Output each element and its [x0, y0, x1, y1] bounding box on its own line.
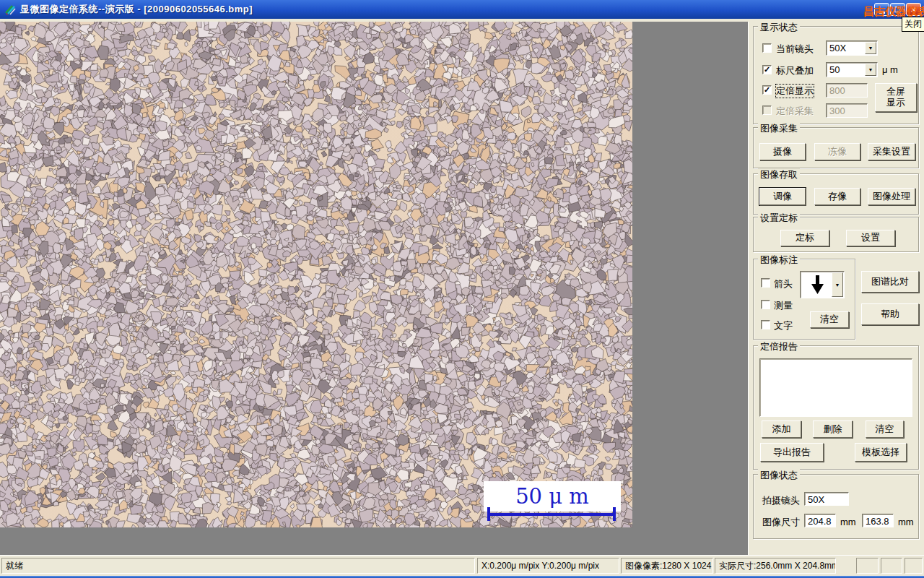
chevron-down-icon[interactable]: ▼ [865, 64, 876, 76]
scale-overlay-checkbox[interactable]: ✓ [762, 65, 772, 74]
report-listbox[interactable] [759, 358, 912, 417]
status-pixel-scale: X:0.200μ m/pix Y:0.200μ m/pix [477, 558, 619, 574]
help-button[interactable]: 帮助 [861, 303, 919, 325]
group-report: 定倍报告 添加 删除 清空 导出报告 模板选择 [753, 345, 919, 470]
fixed-display-label: 定倍显示 [776, 85, 814, 98]
report-export-button[interactable]: 导出报告 [760, 443, 824, 462]
fixed-capture-label: 定倍采集 [776, 105, 814, 118]
status-bar: 就绪 X:0.200μ m/pix Y:0.200μ m/pix 图像像素:12… [0, 555, 924, 576]
application-window: 显微图像定倍系统--演示版 - [20090602055646.bmp] ❐ ✕… [0, 0, 924, 578]
scale-value-combobox[interactable]: 50 ▼ [826, 62, 878, 77]
minimize-icon [879, 12, 885, 14]
status-actual-size: 实际尺寸:256.0mm X 204.8mm [715, 558, 836, 574]
current-lens-combobox[interactable]: 50X ▼ [826, 40, 878, 56]
arrow-style-combobox[interactable]: ▼ [800, 271, 845, 298]
load-image-button[interactable]: 调像 [759, 188, 806, 205]
status-image-pixels: 图像像素:1280 X 1024 [621, 558, 713, 574]
app-icon [4, 4, 17, 16]
fixed-capture-checkbox [762, 105, 772, 115]
scale-bar-tick-left [487, 507, 490, 521]
scale-bar-label-box: 50 μ m [484, 481, 621, 512]
group-image-status-title: 图像状态 [758, 469, 800, 482]
chevron-down-icon[interactable]: ▼ [832, 272, 843, 297]
fullscreen-button[interactable]: 全屏 显示 [875, 83, 917, 112]
down-arrow-icon [808, 275, 827, 295]
image-process-button[interactable]: 图像处理 [868, 188, 915, 205]
arrow-checkbox[interactable] [761, 278, 770, 288]
report-clear-button[interactable]: 清空 [866, 420, 904, 438]
report-delete-button[interactable]: 删除 [813, 420, 853, 438]
microscope-image [0, 22, 632, 527]
group-report-title: 定倍报告 [758, 340, 800, 353]
group-storage: 图像存取 调像 存像 图像处理 [753, 173, 919, 215]
text-label: 文字 [774, 319, 793, 332]
mdi-client-area: 50 μ m [0, 22, 748, 555]
status-empty-3 [905, 558, 923, 574]
restore-button[interactable]: ❐ [890, 3, 905, 16]
close-icon: ✕ [910, 6, 916, 14]
group-capture-title: 图像采集 [758, 122, 800, 135]
text-checkbox[interactable] [761, 320, 770, 329]
status-empty-2 [881, 558, 902, 574]
scale-bar-text: 50 μ m [515, 484, 589, 509]
freeze-button: 冻像 [814, 143, 860, 160]
report-add-button[interactable]: 添加 [762, 420, 801, 438]
current-lens-label: 当前镜头 [776, 43, 814, 56]
window-title: 显微图像定倍系统--演示版 - [20090602055646.bmp] [20, 3, 253, 16]
lens-label: 拍摄镜头 [762, 494, 800, 507]
fixed-display-checkbox[interactable]: ✓ [762, 85, 772, 95]
fixed-capture-input: 300 [826, 103, 868, 118]
image-width-input[interactable]: 204.8 [804, 514, 836, 527]
calibration-setup-button[interactable]: 设置 [846, 230, 895, 246]
lens-value-input[interactable]: 50X [804, 492, 849, 506]
minimize-button[interactable] [874, 3, 889, 16]
chevron-down-icon[interactable]: ▼ [865, 42, 876, 54]
group-display-status-title: 显示状态 [758, 21, 800, 34]
fullscreen-line1: 全屏 [886, 87, 905, 98]
fullscreen-line2: 显示 [886, 98, 905, 108]
scale-overlay-label: 标尺叠加 [776, 64, 814, 77]
annotation-clear-button[interactable]: 清空 [810, 311, 849, 328]
close-button[interactable]: ✕ [906, 3, 921, 16]
report-template-button[interactable]: 模板选择 [855, 443, 907, 462]
shoot-button[interactable]: 摄像 [759, 143, 806, 160]
arrow-label: 箭头 [774, 277, 793, 290]
group-storage-title: 图像存取 [758, 168, 800, 181]
image-size-label: 图像尺寸 [762, 516, 800, 529]
group-capture: 图像采集 摄像 冻像 采集设置 [753, 127, 919, 168]
measure-checkbox[interactable] [761, 300, 770, 309]
save-image-button[interactable]: 存像 [814, 188, 860, 205]
group-annotation-title: 图像标注 [758, 254, 800, 267]
image-height-unit: mm [898, 517, 914, 527]
calibrate-button[interactable]: 定标 [780, 230, 829, 246]
current-lens-value: 50X [829, 43, 846, 53]
atlas-compare-button[interactable]: 图谱比对 [861, 271, 919, 293]
close-tooltip: 关闭 [902, 17, 924, 32]
scale-unit-label: μ m [882, 64, 898, 75]
status-empty-1 [856, 558, 879, 574]
status-ready: 就绪 [1, 558, 475, 574]
image-width-unit: mm [840, 517, 856, 527]
group-annotation: 图像标注 箭头 测量 文字 ▼ 清空 [753, 259, 855, 340]
group-calibration-title: 设置定标 [758, 212, 800, 225]
control-panel: 显示状态 当前镜头 50X ▼ ✓ 标尺叠加 50 ▼ μ m ✓ 定倍显示 8… [748, 22, 924, 555]
restore-icon: ❐ [894, 6, 901, 14]
title-bar: 显微图像定倍系统--演示版 - [20090602055646.bmp] ❐ ✕ [0, 0, 924, 19]
current-lens-checkbox[interactable] [762, 43, 772, 53]
measure-label: 测量 [774, 299, 793, 312]
scale-value: 50 [829, 64, 840, 75]
scale-bar-tick-right [613, 507, 616, 521]
group-calibration: 设置定标 定标 设置 [753, 217, 919, 252]
fixed-display-input: 800 [826, 83, 868, 98]
image-height-input[interactable]: 163.8 [862, 514, 894, 527]
group-image-status: 图像状态 拍摄镜头 50X 图像尺寸 204.8 mm 163.8 mm [753, 474, 919, 539]
group-display-status: 显示状态 当前镜头 50X ▼ ✓ 标尺叠加 50 ▼ μ m ✓ 定倍显示 8… [753, 26, 919, 124]
image-viewer: 50 μ m [0, 22, 632, 527]
scale-bar-line [489, 513, 615, 516]
capture-settings-button[interactable]: 采集设置 [868, 143, 915, 160]
